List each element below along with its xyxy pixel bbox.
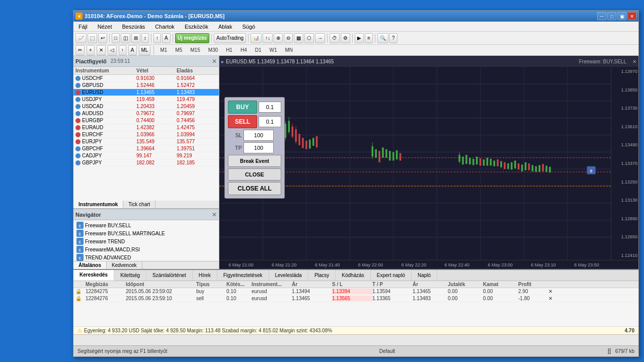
toolbar-btn-3[interactable]: ↩	[98, 33, 107, 43]
nav-item-freeware-trend[interactable]: E Freeware TREND	[74, 237, 218, 245]
close-button[interactable]: ✕	[627, 12, 636, 20]
market-watch-title: Piactfigyelő	[75, 58, 107, 64]
tf-h1[interactable]: H1	[223, 46, 235, 54]
tab-tick-chart[interactable]: Tick chart	[123, 201, 155, 208]
market-row-usdchf[interactable]: USDCHF 0.91630 0.91664	[73, 75, 219, 82]
menu-eszkozok[interactable]: Eszközök	[182, 23, 211, 30]
bottom-tab-levelesl-da[interactable]: Levelesláda	[269, 270, 308, 281]
close-all-button[interactable]: CLOSE ALL	[228, 182, 281, 195]
buy-volume-input[interactable]	[259, 102, 281, 113]
tf-m5[interactable]: M5	[172, 46, 185, 54]
tf-m30[interactable]: M30	[205, 46, 221, 54]
chart-area[interactable]: ▸ EURUSD.M5 1.13459 1.13478 1.13464 1.13…	[219, 56, 638, 269]
toolbar-draw-2[interactable]: ⚙	[341, 33, 350, 43]
market-row-usdcad[interactable]: USDCAD 1.20433 1.20459	[73, 103, 219, 110]
market-watch-close[interactable]: ✕	[212, 58, 217, 65]
toolbar-btn-4[interactable]: □	[112, 33, 120, 43]
toolbar-chart-2[interactable]: ↑↓	[263, 33, 273, 43]
toolbar-help[interactable]: ?	[389, 33, 397, 43]
bottom-tab-figyelmeztet-sek[interactable]: Figyelmeztetések	[217, 270, 269, 281]
toolbar-btn-6[interactable]: ⊞	[131, 33, 140, 43]
toolbar-chart-3[interactable]: ⊕	[274, 33, 283, 43]
tf-m1[interactable]: M1	[157, 46, 170, 54]
toolbar-search[interactable]: 🔍	[377, 33, 388, 43]
nav-item-freewarema-macd-rsi[interactable]: E FreewareMA,MACD,RSI	[74, 245, 218, 253]
tf-w1[interactable]: W1	[267, 46, 280, 54]
toolbar-draw-1[interactable]: ⏱	[330, 33, 340, 43]
bottom-tab-napl-[interactable]: Napló	[412, 270, 437, 281]
break-event-button[interactable]: Break Event	[228, 155, 281, 167]
sell-volume-input[interactable]	[259, 116, 281, 127]
toolbar-chart-5[interactable]: ▦	[294, 33, 303, 43]
toolbar-chart-6[interactable]: ⬡	[304, 33, 314, 43]
maximize-button[interactable]: ▣	[617, 12, 626, 20]
market-row-eurgbp[interactable]: EURGBP 0.74400 0.74456	[73, 117, 219, 124]
toolbar-btn-8[interactable]: ↑	[153, 33, 161, 43]
bottom-tab-placsy[interactable]: Placsy	[308, 270, 336, 281]
menu-nezet[interactable]: Nézet	[95, 23, 115, 30]
bottom-tab-kitetts-g[interactable]: Kitettség	[114, 270, 146, 281]
buy-button[interactable]: BUY	[228, 101, 257, 114]
tf-tools-6[interactable]: A	[128, 45, 137, 55]
nav-tab-altalanos[interactable]: Általános	[73, 261, 107, 269]
minimize-button[interactable]: ─	[597, 12, 606, 20]
sl-input[interactable]	[244, 130, 274, 141]
restore-button[interactable]: □	[607, 12, 616, 20]
bottom-tab-expert-napl-[interactable]: Expert napló	[371, 270, 412, 281]
menu-sugo[interactable]: Súgó	[239, 23, 258, 30]
market-row-gbpusd[interactable]: GBPUSD 1.52446 1.52472	[73, 82, 219, 89]
autotrading-button[interactable]: AutoTrading	[214, 33, 246, 43]
menu-ablak[interactable]: Ablak	[215, 23, 235, 30]
market-row-eurusd[interactable]: EURUSD 1.13465 1.13483	[73, 89, 219, 96]
tf-d1[interactable]: D1	[252, 46, 265, 54]
menu-fajl[interactable]: Fájl	[75, 23, 91, 30]
tf-tools-7[interactable]: ML	[139, 45, 151, 55]
tf-mn[interactable]: MN	[282, 46, 296, 54]
tf-tools-2[interactable]: +	[87, 45, 95, 55]
market-row-euraud[interactable]: EURAUD 1.42382 1.42475	[73, 124, 219, 131]
market-row-gbpchf[interactable]: GBPCHF 1.39664 1.39751	[73, 145, 219, 152]
tf-tools-3[interactable]: ✕	[97, 45, 106, 55]
toolbar-expert-2[interactable]: ≡	[365, 33, 373, 43]
toolbar-btn-9[interactable]: A	[162, 33, 171, 43]
toolbar-btn-2[interactable]: ⬚	[88, 33, 97, 43]
new-chart-button[interactable]: 📈	[75, 33, 87, 43]
orders-header-cell	[548, 282, 558, 287]
tab-instrumentumok[interactable]: Instrumentumok	[73, 201, 123, 208]
market-row-eurjpy[interactable]: EURJPY 135.549 135.577	[73, 138, 219, 145]
orders-cell-13[interactable]: ✕	[548, 289, 558, 294]
toolbar-chart-4[interactable]: ⊖	[284, 33, 293, 43]
navigator-close[interactable]: ✕	[212, 211, 217, 218]
market-row-cadjpy[interactable]: CADJPY 99.147 99.219	[73, 152, 219, 159]
toolbar-chart-1[interactable]: 📊	[251, 33, 262, 43]
tp-input[interactable]	[244, 142, 274, 153]
nav-item-freeware-buy-sell[interactable]: E Freeware BUY,SELL	[74, 221, 218, 229]
orders-cell-13[interactable]: ✕	[548, 296, 558, 301]
tf-tools-1[interactable]: ✏	[75, 45, 85, 55]
toolbar-chart-7[interactable]: →	[315, 33, 325, 43]
toolbar-btn-5[interactable]: ◫	[121, 33, 130, 43]
menu-chartok[interactable]: Chartok	[152, 23, 178, 30]
market-row-eurchf[interactable]: EURCHF 1.03966 1.03994	[73, 131, 219, 138]
close-button[interactable]: CLOSE	[228, 168, 281, 180]
market-row-usdjpy[interactable]: USDJPY 119.459 119.479	[73, 96, 219, 103]
tf-m15[interactable]: M15	[187, 46, 203, 54]
bottom-tab-h-rek[interactable]: Hírek	[193, 270, 217, 281]
new-order-button[interactable]: Új megbízás	[175, 33, 209, 43]
menu-beszuras[interactable]: Beszúrás	[119, 23, 148, 30]
market-row-gbpjpy[interactable]: GBPJPY 182.082 182.185	[73, 159, 219, 166]
toolbar-btn-7[interactable]: ↕	[141, 33, 149, 43]
sell-button[interactable]: SELL	[228, 115, 257, 128]
market-row-audusd[interactable]: AUDUSD 0.79672 0.79697	[73, 110, 219, 117]
tf-h4[interactable]: H4	[237, 46, 250, 54]
nav-item-freeware-buy-sell-martingale[interactable]: E Freeware BUY,SELL MARTINGALE	[74, 229, 218, 237]
tf-tools-5[interactable]: ↑	[119, 45, 126, 55]
nav-tab-kedvencek[interactable]: Kedvencek	[107, 261, 142, 269]
bottom-tab-sz-mlal-rt-net[interactable]: Számlalörténet	[146, 270, 193, 281]
toolbar-expert-1[interactable]: ▶	[355, 33, 364, 43]
nav-item-trend-advanced[interactable]: E TREND ADVANCED	[74, 253, 218, 261]
chart-canvas[interactable]: Magic Number: 1 Profit: -4.70	[219, 67, 638, 260]
bottom-tab-k-dh-z-s[interactable]: Kódházás	[336, 270, 370, 281]
bottom-tab-keresked-s[interactable]: Kereskedés	[73, 270, 114, 281]
tf-tools-4[interactable]: ◁	[108, 45, 117, 55]
